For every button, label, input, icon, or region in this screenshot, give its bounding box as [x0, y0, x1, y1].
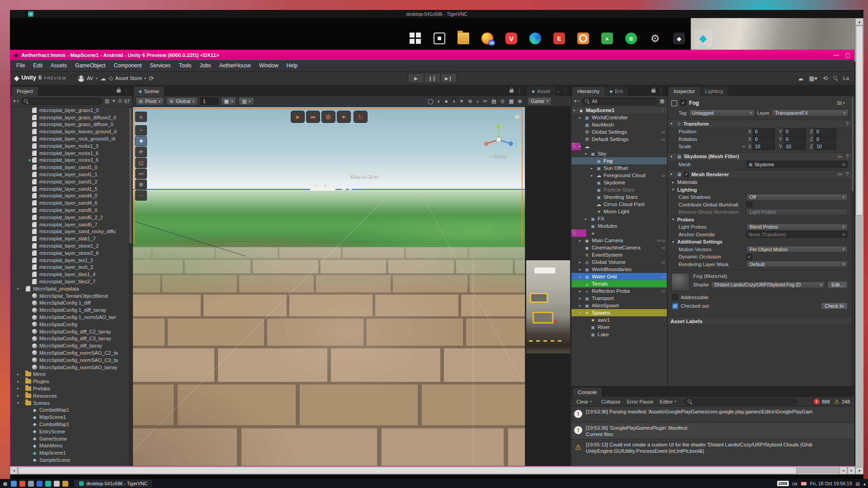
transform-tool-button[interactable]: ⊞	[135, 179, 147, 190]
foldout-arrow-icon[interactable]: ▸	[591, 166, 596, 170]
taskbar-app-icon[interactable]	[19, 481, 25, 487]
minimize-button[interactable]: —	[834, 52, 839, 58]
foldout-arrow-icon[interactable]: ▸	[17, 386, 22, 390]
tab-scene[interactable]: ◆Scene	[134, 87, 164, 96]
overlay-tool-button[interactable]: ↻	[354, 111, 368, 123]
project-item[interactable]: microsplat_layer_sand1_0	[10, 164, 129, 171]
search-by-type-icon[interactable]: ▥	[104, 98, 109, 104]
hierarchy-item[interactable]: ▸ AlienSpawn	[571, 302, 667, 309]
taskbar-app-icon[interactable]	[37, 481, 42, 487]
project-item[interactable]: microsplat_layer_stone2_6	[10, 249, 129, 257]
project-item[interactable]: GameScene	[10, 435, 129, 442]
edit-shader-button[interactable]: Edit...	[827, 281, 848, 288]
foldout-arrow-icon[interactable]: ▸	[579, 260, 584, 264]
scene-toggle-icon[interactable]: ▤	[491, 98, 496, 104]
additional-settings-foldout[interactable]: ▾Additional Settings	[668, 238, 851, 246]
foldout-arrow-icon[interactable]: ▸	[585, 217, 590, 221]
project-item[interactable]: microsplat_layer_sand_rocky_diffu	[10, 228, 129, 235]
hierarchy-search-input[interactable]: All	[582, 98, 657, 105]
project-item[interactable]: microsplat_layer_rocks1_3	[10, 142, 129, 150]
project-item[interactable]: MicroSplatConfig	[10, 321, 129, 328]
y-value-field[interactable]: 0	[783, 136, 806, 142]
project-item[interactable]: microsplat_layer_sand1_2	[10, 178, 129, 185]
hierarchy-item[interactable]: ▾ MapScene1 ⋮	[571, 107, 667, 114]
scroll-right-arrow[interactable]: ▸	[848, 466, 855, 474]
taskbar-app-icon[interactable]	[454, 29, 473, 48]
tray-expand-icon[interactable]: ▴	[863, 481, 866, 486]
mesh-filter-section-header[interactable]: ▾▦ Skydome (Mesh Filter) ▭?	[668, 152, 851, 161]
panel-menu-icon[interactable]: ⋮	[659, 88, 664, 94]
project-item[interactable]: MicroSplatConfig_normSAO_C2_ta	[10, 349, 129, 357]
menu-item[interactable]: AetherHouse	[215, 60, 255, 71]
row-right-icons[interactable]: ›	[662, 318, 665, 322]
foldout-arrow-icon[interactable]: ▸	[579, 304, 584, 308]
scene-toggle-icon[interactable]: ⊕	[518, 98, 522, 104]
row-right-icons[interactable]: ▭	[659, 137, 665, 141]
hierarchy-item[interactable]: ▸ FX	[571, 215, 667, 222]
hierarchy-item[interactable]: Global Settings ▭	[571, 128, 667, 136]
taskbar-app-icon[interactable]: ▲	[598, 29, 617, 48]
game-display-dropdown[interactable]: Game▾	[528, 97, 552, 105]
z-value-field[interactable]: 10	[814, 143, 836, 150]
project-item[interactable]: MicroSplatConfig 1_normSAO_tarr	[10, 314, 129, 321]
hierarchy-item[interactable]: ▸ Sun Offset	[571, 164, 667, 172]
project-item[interactable]: microsplat_layer_rocks3_6	[10, 157, 129, 164]
scroll-up-arrow[interactable]: ▲	[855, 18, 863, 25]
transform-tool-button[interactable]: ◱	[135, 158, 147, 168]
object-name-field[interactable]: Fog	[689, 100, 834, 106]
hierarchy-item[interactable]: Fog	[571, 157, 667, 164]
taskbar-app-icon[interactable]: ≋	[622, 29, 641, 48]
taskbar-app-icon[interactable]	[430, 29, 449, 48]
taskbar-app-icon[interactable]: ◆	[693, 29, 712, 48]
unity-titlebar[interactable]: ◆ Aetherfract Immix - MapScene1 - Androi…	[10, 50, 854, 60]
scrollbar-thumb[interactable]	[856, 26, 863, 216]
cloud-sync-icon[interactable]: ☁	[797, 75, 803, 82]
console-message[interactable]: [19:55:13] Could not create a custom UI …	[571, 440, 854, 456]
project-item[interactable]: microsplat_layer_sand5_0	[10, 206, 129, 214]
tag-dropdown[interactable]: Untagged▾	[689, 109, 755, 117]
taskbar-app-icon[interactable]	[28, 481, 34, 487]
hierarchy-item[interactable]: ▸ WorldController	[571, 114, 667, 121]
account-dropdown[interactable]: AV▾	[75, 74, 100, 83]
project-item[interactable]: ▸ Resources	[10, 392, 129, 399]
scroll-down-arrow[interactable]: ▼	[855, 467, 863, 474]
restore-button[interactable]: ▢	[845, 52, 850, 58]
search-by-label-icon[interactable]: ✦	[112, 98, 116, 104]
scene-toggle-icon[interactable]: ☀	[459, 98, 464, 104]
vnc-horizontal-scrollbar[interactable]: ◂ ◂ ▸	[10, 466, 855, 474]
lock-icon[interactable]	[117, 89, 121, 93]
hierarchy-item[interactable]: EventSystem	[571, 251, 667, 258]
project-item[interactable]: MicroSplatConfig_diff_C2_tarray	[10, 328, 129, 335]
project-item[interactable]: microsplat_layer_leaves_ground_d	[10, 128, 129, 135]
project-item[interactable]: microsplat_layer_rocks1_6	[10, 150, 129, 157]
hierarchy-item[interactable]: River	[571, 324, 667, 331]
scrollbar-thumb[interactable]	[18, 467, 797, 474]
scene-viewport[interactable]: ➤ ➦ ⚙ ✦ ↻ ≡ ☞ ✚ ⟳	[133, 107, 525, 466]
menu-item[interactable]: Tools	[175, 60, 195, 71]
hierarchy-item[interactable]: Moon Light	[571, 208, 667, 215]
taskbar-app-icon[interactable]: V	[502, 29, 521, 48]
collapse-button[interactable]: Collapse	[599, 398, 623, 405]
lock-icon[interactable]	[651, 89, 656, 93]
taskbar-app-icon[interactable]	[62, 481, 68, 487]
taskbar-app-icon[interactable]	[45, 481, 51, 487]
object-picker-icon[interactable]: ⊙	[842, 232, 845, 237]
overlay-tool-button[interactable]: ➤	[291, 111, 305, 123]
project-item[interactable]: microsplat_layer_stone1_2	[10, 242, 129, 249]
foldout-arrow-icon[interactable]: ▸	[17, 380, 22, 384]
error-pause-button[interactable]: Error Pause	[624, 398, 656, 405]
project-item[interactable]: microsplat_layer_grass1_0	[10, 107, 129, 114]
foldout-arrow-icon[interactable]: ▸	[579, 267, 584, 272]
overlay-tool-button[interactable]: ➦	[306, 111, 320, 123]
grid-snap-dropdown[interactable]: ▦▾	[221, 97, 236, 105]
scene-toggle-icon[interactable]: ◯	[428, 98, 434, 104]
project-item[interactable]: microsplat_layer_tiles2_7	[10, 278, 129, 285]
component-enabled-checkbox[interactable]	[684, 172, 689, 177]
taskbar-app-icon[interactable]	[54, 481, 60, 487]
check-in-button[interactable]: Check In	[821, 302, 848, 310]
hierarchy-item[interactable]: NavMesh	[571, 121, 667, 128]
orientation-gizmo[interactable]: y z	[480, 120, 518, 158]
taskbar-app-icon[interactable]: ▦	[2, 481, 8, 487]
tab-project[interactable]: Project	[12, 87, 38, 96]
foldout-arrow-icon[interactable]: ▾	[17, 401, 22, 405]
